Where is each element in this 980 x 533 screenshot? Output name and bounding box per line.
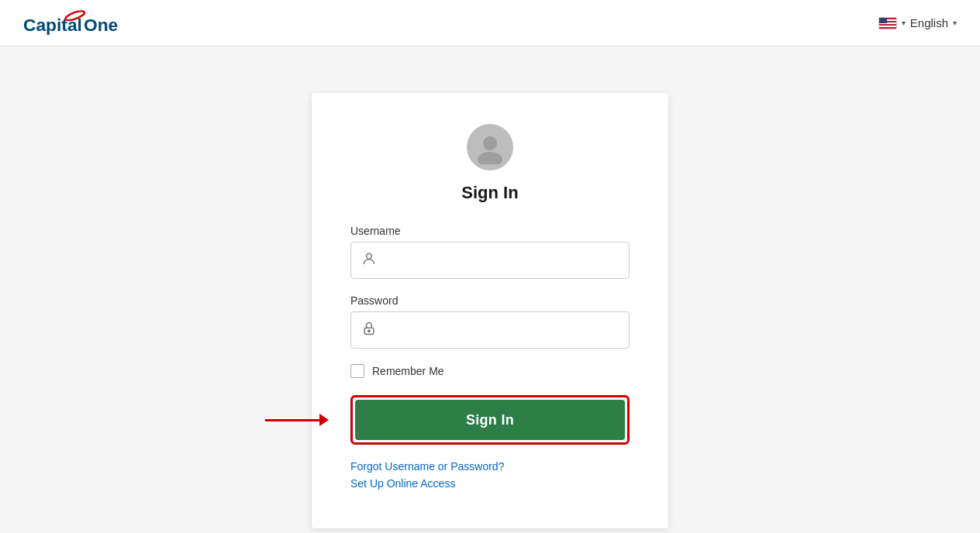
arrow-annotation	[265, 414, 329, 426]
username-input[interactable]	[350, 242, 630, 279]
setup-online-access-link[interactable]: Set Up Online Access	[350, 477, 630, 490]
username-label: Username	[350, 225, 630, 237]
avatar	[467, 124, 513, 170]
username-input-wrapper	[350, 242, 630, 279]
svg-point-3	[483, 136, 497, 150]
flag-chevron-icon: ▾	[902, 19, 906, 27]
svg-point-4	[478, 152, 502, 164]
user-avatar-icon	[473, 130, 507, 164]
flag-icon	[878, 17, 897, 29]
remember-me-label[interactable]: Remember Me	[372, 365, 444, 377]
password-input-wrapper	[350, 311, 630, 349]
password-group: Password	[350, 294, 630, 349]
capital-one-logo-icon: Capital One	[23, 8, 124, 39]
logo: Capital One	[23, 8, 124, 39]
links-section: Forgot Username or Password? Set Up Onli…	[350, 460, 630, 490]
language-chevron-icon: ▾	[953, 19, 957, 27]
remember-me-checkbox[interactable]	[350, 364, 364, 378]
password-input[interactable]	[350, 311, 630, 349]
svg-text:One: One	[84, 14, 118, 34]
arrow-shaft	[265, 419, 319, 421]
language-label: English	[910, 16, 948, 29]
signin-card: Sign In Username Password	[312, 93, 668, 528]
arrow-head-icon	[319, 414, 329, 426]
forgot-credentials-link[interactable]: Forgot Username or Password?	[350, 460, 630, 473]
password-label: Password	[350, 294, 630, 307]
signin-button[interactable]: Sign In	[355, 400, 625, 440]
signin-button-area: Sign In	[350, 395, 630, 445]
header: Capital One ▾ English ▾	[0, 0, 980, 46]
button-highlight-border: Sign In	[350, 395, 630, 445]
username-group: Username	[350, 225, 630, 279]
avatar-container	[350, 124, 630, 170]
svg-text:Capital: Capital	[23, 14, 82, 34]
remember-me-group: Remember Me	[350, 364, 630, 378]
language-selector[interactable]: ▾ English ▾	[878, 16, 957, 29]
main-content: Sign In Username Password	[0, 46, 980, 533]
signin-title: Sign In	[350, 183, 630, 203]
